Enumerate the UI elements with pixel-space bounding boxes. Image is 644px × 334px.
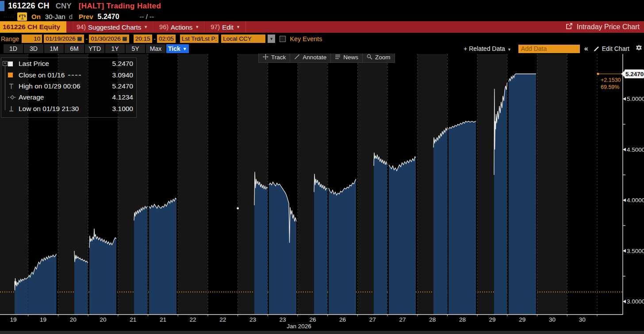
key-events-checkbox[interactable] [280, 36, 286, 42]
export-icon[interactable] [566, 23, 573, 31]
halt-status: [HALT] Trading Halted [79, 2, 161, 11]
range-label: Range [1, 35, 19, 42]
chevron-down-icon: ▼ [236, 25, 240, 29]
tab-1m[interactable]: 1M [44, 44, 64, 53]
menu-item-edit[interactable]: 97)Edit▼ [205, 21, 246, 33]
date-to-input[interactable]: 01/30/2026 [89, 35, 129, 43]
square-white-marker-icon [8, 61, 19, 66]
svg-text:30: 30 [579, 316, 586, 323]
svg-text:4.5000: 4.5000 [627, 146, 644, 153]
collapse-button[interactable]: « [584, 45, 588, 53]
square-orange-marker-icon [8, 73, 19, 77]
scales-icon[interactable] [17, 12, 27, 21]
svg-text:26: 26 [339, 316, 346, 323]
bid-ask: -- / -- [140, 13, 154, 20]
tab-tick-active[interactable]: Tick▼ [166, 44, 189, 53]
menu-items: 94)Suggested Charts▼96)Actions▼97)Edit▼ [71, 21, 246, 33]
chevron-down-icon: ▼ [183, 46, 187, 51]
related-data-button[interactable]: + Related Data▼ [464, 45, 511, 52]
legend-row-high-on-01-29-00-06[interactable]: High on 01/29 00:065.2470 [1, 81, 136, 92]
annotate-button[interactable]: Annotate [290, 52, 331, 62]
periodicity: d [69, 13, 73, 20]
svg-text:5.0000: 5.0000 [627, 96, 644, 102]
news-button[interactable]: News [331, 52, 363, 62]
terminal-screen: +2.153069.59%5.00004.50004.00003.50003.0… [0, 0, 644, 334]
svg-text:21: 21 [130, 316, 136, 323]
prev-value: 5.2470 [98, 13, 119, 21]
add-data-input[interactable]: Add Data [518, 45, 580, 53]
tab-1y[interactable]: 1Y [105, 44, 125, 53]
menubar-right: Intraday Price Chart [566, 21, 640, 33]
svg-text:23: 23 [280, 316, 286, 323]
date-from-input[interactable]: 01/19/2026 [44, 35, 84, 43]
svg-text:22: 22 [219, 316, 226, 323]
chart-title: Intraday Price Chart [577, 23, 640, 31]
svg-text:+2.1530: +2.1530 [601, 77, 621, 83]
chart-legend[interactable]: + Last Price5.2470Close on 01/163.0940Hi… [1, 58, 137, 118]
on-label[interactable]: On [31, 13, 41, 20]
price-source-select[interactable]: Lst Trd/Lst P: [180, 35, 219, 43]
svg-text:19: 19 [10, 316, 16, 323]
svg-text:29: 29 [489, 316, 495, 323]
security-name-box[interactable]: 161226 CH Equity [0, 21, 66, 33]
svg-text:69.59%: 69.59% [601, 84, 619, 90]
news-icon [335, 54, 341, 61]
tab-1d[interactable]: 1D [4, 44, 23, 53]
legend-rows: Last Price5.2470Close on 01/163.0940High… [1, 58, 136, 114]
svg-text:29: 29 [519, 316, 525, 323]
key-events-label[interactable]: Key Events [290, 35, 322, 42]
currency-dropdown-icon[interactable]: ▼ [268, 35, 275, 43]
svg-text:23: 23 [249, 316, 256, 323]
track-button[interactable]: Track [259, 52, 290, 62]
title-bar: 161226 CH CNY [HALT] Trading Halted [0, 0, 644, 12]
chevron-down-icon: ▼ [144, 25, 148, 29]
svg-text:28: 28 [459, 316, 466, 323]
quote-date: 30-Jan [45, 13, 65, 20]
high-marker-icon [8, 83, 19, 89]
svg-text:22: 22 [190, 316, 196, 323]
menu-item-suggested-charts[interactable]: 94)Suggested Charts▼ [71, 21, 153, 33]
average-marker-icon [8, 95, 19, 100]
ticker-symbol: 161226 CH [8, 1, 50, 11]
calendar-icon [122, 36, 127, 42]
zoom-icon [367, 54, 372, 61]
range-dash: - [86, 35, 88, 42]
time-to-input[interactable]: 02:05 [157, 35, 176, 43]
pencil-icon [594, 46, 599, 52]
legend-row-last-price[interactable]: Last Price5.2470 [1, 58, 136, 69]
tab-6m[interactable]: 6M [65, 44, 84, 53]
zoom-button[interactable]: Zoom [363, 52, 395, 62]
currency-select[interactable]: Local CCY [221, 35, 265, 43]
svg-text:19: 19 [40, 316, 46, 323]
legend-row-average[interactable]: Average4.1234 [1, 92, 136, 103]
chart-actions: + Related Data▼ Add Data « Edit Chart [464, 44, 642, 53]
tab-ytd[interactable]: YTD [85, 44, 104, 53]
edit-chart-button[interactable]: Edit Chart [594, 45, 629, 52]
gear-icon[interactable] [636, 45, 642, 53]
menu-item-actions[interactable]: 96)Actions▼ [153, 21, 205, 33]
tab-max[interactable]: Max [146, 44, 165, 53]
drag-dots-icon: ····· [4, 15, 15, 19]
range-count-input[interactable]: 10 [22, 35, 42, 43]
svg-text:28: 28 [429, 316, 436, 323]
time-from-input[interactable]: 20:15 [134, 35, 152, 43]
svg-text:3.0000: 3.0000 [627, 298, 644, 305]
svg-text:27: 27 [399, 316, 406, 323]
legend-tree-line [5, 65, 5, 110]
tab-3d[interactable]: 3D [24, 44, 43, 53]
svg-text:5.2470: 5.2470 [625, 71, 644, 77]
svg-text:Jan 2026: Jan 2026 [287, 323, 311, 330]
svg-text:26: 26 [309, 316, 316, 323]
currency-code: CNY [56, 2, 72, 11]
svg-text:30: 30 [549, 316, 556, 323]
tab-5y[interactable]: 5Y [126, 44, 145, 53]
period-tabs: 1D3D1M6MYTD1Y5YMaxTick▼ [4, 44, 190, 53]
period-tabs-bar: 1D3D1M6MYTD1Y5YMaxTick▼ + Related Data▼ … [0, 44, 644, 54]
time-dash: - [154, 35, 156, 42]
quote-bar: ····· On 30-Jan d Prev 5.2470 -- / -- [0, 12, 644, 21]
chevron-down-icon: ▼ [507, 47, 511, 52]
svg-text:20: 20 [70, 316, 77, 323]
legend-row-low-on-01-19-21-30[interactable]: Low on 01/19 21:303.1000 [1, 104, 136, 114]
legend-row-close-on-01-16[interactable]: Close on 01/163.0940 [1, 69, 136, 80]
svg-text:4.0000: 4.0000 [627, 197, 644, 203]
